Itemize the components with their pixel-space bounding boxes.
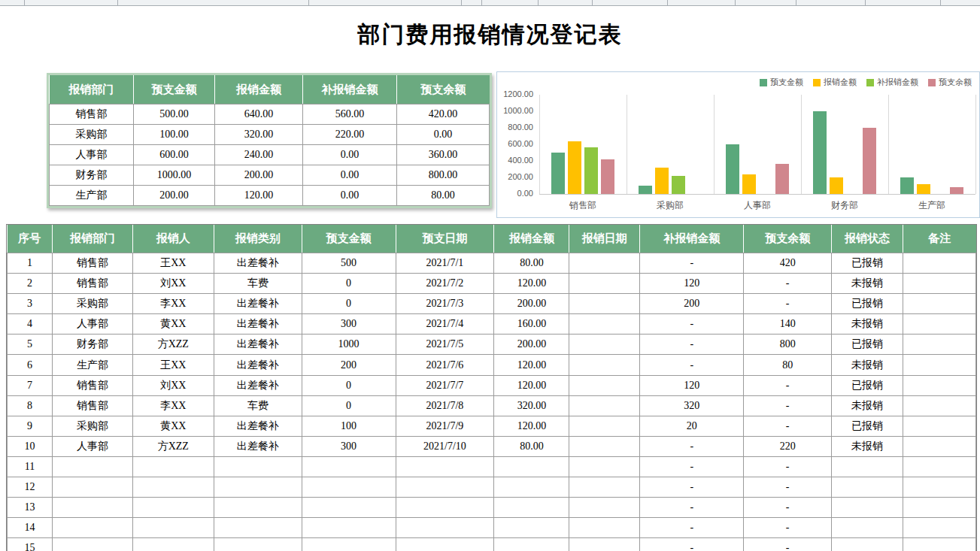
cell[interactable]: - <box>744 518 832 538</box>
cell[interactable] <box>302 518 396 538</box>
cell[interactable]: 已报销 <box>832 335 903 355</box>
cell[interactable]: 9 <box>8 416 53 436</box>
cell[interactable]: 500 <box>302 253 396 274</box>
cell[interactable] <box>903 335 976 355</box>
cell[interactable] <box>52 498 132 518</box>
cell[interactable] <box>494 538 569 551</box>
cell[interactable]: 80.00 <box>494 436 569 456</box>
cell[interactable]: 200 <box>302 355 396 375</box>
cell[interactable]: 人事部 <box>50 145 134 165</box>
cell[interactable]: - <box>640 253 744 274</box>
header-cell-1[interactable]: 预支金额 <box>134 75 215 104</box>
cell[interactable]: 320.00 <box>215 125 303 145</box>
cell[interactable] <box>832 538 903 551</box>
cell[interactable]: 420 <box>744 253 832 274</box>
cell[interactable]: 240.00 <box>215 145 303 165</box>
bar-series1-cat0[interactable] <box>568 141 581 194</box>
cell[interactable]: - <box>744 416 832 436</box>
cell[interactable] <box>569 477 640 498</box>
cell[interactable] <box>832 456 903 477</box>
cell[interactable]: 李XX <box>132 294 214 314</box>
cell[interactable]: - <box>640 456 744 477</box>
cell[interactable] <box>569 375 640 395</box>
cell[interactable]: 200.00 <box>494 294 569 314</box>
cell[interactable] <box>302 456 396 477</box>
bar-series0-cat4[interactable] <box>900 177 914 194</box>
cell[interactable] <box>569 294 640 314</box>
cell[interactable]: 120.00 <box>494 274 569 294</box>
header-cell-10[interactable]: 报销状态 <box>832 225 903 253</box>
cell[interactable] <box>132 477 214 498</box>
cell[interactable] <box>832 518 903 538</box>
cell[interactable] <box>214 518 302 538</box>
cell[interactable]: - <box>640 314 744 335</box>
legend-item-0[interactable]: 预支金额 <box>760 77 803 88</box>
cell[interactable] <box>903 416 976 436</box>
cell[interactable]: 未报销 <box>832 395 903 416</box>
cell[interactable]: 100.00 <box>134 125 215 145</box>
cell[interactable]: 已报销 <box>832 416 903 436</box>
cell[interactable]: 0 <box>302 395 396 416</box>
cell[interactable]: 采购部 <box>52 294 132 314</box>
cell[interactable]: - <box>640 436 744 456</box>
cell[interactable]: 360.00 <box>397 145 490 165</box>
cell[interactable] <box>569 355 640 375</box>
cell[interactable] <box>396 456 494 477</box>
cell[interactable]: 0 <box>302 375 396 395</box>
cell[interactable]: 2021/7/9 <box>396 416 494 436</box>
cell[interactable] <box>903 375 976 395</box>
cell[interactable] <box>569 253 640 274</box>
cell[interactable] <box>569 314 640 335</box>
header-cell-0[interactable]: 报销部门 <box>50 75 134 104</box>
cell[interactable] <box>569 416 640 436</box>
cell[interactable]: 220.00 <box>303 125 397 145</box>
cell[interactable]: 采购部 <box>50 125 134 145</box>
cell[interactable] <box>903 314 976 335</box>
cell[interactable]: 320 <box>640 395 744 416</box>
cell[interactable]: 10 <box>8 436 53 456</box>
cell[interactable] <box>396 518 494 538</box>
cell[interactable]: 李XX <box>132 395 214 416</box>
cell[interactable]: 0.00 <box>303 186 397 206</box>
header-cell-3[interactable]: 补报销金额 <box>303 75 397 104</box>
cell[interactable] <box>903 355 976 375</box>
bar-series1-cat4[interactable] <box>917 184 930 194</box>
cell[interactable]: 销售部 <box>52 253 132 274</box>
cell[interactable] <box>569 518 640 538</box>
cell[interactable]: 11 <box>8 456 53 477</box>
cell[interactable]: 刘XX <box>132 375 214 395</box>
cell[interactable]: 已报销 <box>832 375 903 395</box>
bar-series3-cat3[interactable] <box>863 128 876 194</box>
cell[interactable]: 300 <box>302 436 396 456</box>
cell[interactable]: 方XZZ <box>132 436 214 456</box>
cell[interactable]: 12 <box>8 477 53 498</box>
legend-item-1[interactable]: 报销金额 <box>813 77 857 88</box>
cell[interactable] <box>569 335 640 355</box>
cell[interactable]: 120.00 <box>494 375 569 395</box>
cell[interactable]: - <box>640 518 744 538</box>
cell[interactable]: 出差餐补 <box>214 253 302 274</box>
cell[interactable]: 1000 <box>302 335 396 355</box>
cell[interactable]: - <box>640 538 744 551</box>
cell[interactable] <box>132 518 214 538</box>
cell[interactable] <box>132 538 214 551</box>
cell[interactable]: 未报销 <box>832 355 903 375</box>
cell[interactable]: 420.00 <box>397 104 490 125</box>
cell[interactable] <box>903 294 976 314</box>
cell[interactable] <box>903 477 976 498</box>
cell[interactable]: 120.00 <box>215 186 303 206</box>
header-cell-0[interactable]: 序号 <box>8 225 53 253</box>
cell[interactable] <box>52 477 132 498</box>
cell[interactable]: - <box>744 456 832 477</box>
cell[interactable]: 2 <box>8 274 53 294</box>
cell[interactable]: 王XX <box>132 253 214 274</box>
cell[interactable] <box>903 253 976 274</box>
cell[interactable]: 560.00 <box>303 104 397 125</box>
cell[interactable]: 800.00 <box>397 165 490 186</box>
cell[interactable] <box>569 395 640 416</box>
bar-series1-cat1[interactable] <box>655 168 669 194</box>
cell[interactable] <box>494 518 569 538</box>
cell[interactable]: 未报销 <box>832 314 903 335</box>
bar-series1-cat3[interactable] <box>830 177 843 194</box>
cell[interactable] <box>903 274 976 294</box>
